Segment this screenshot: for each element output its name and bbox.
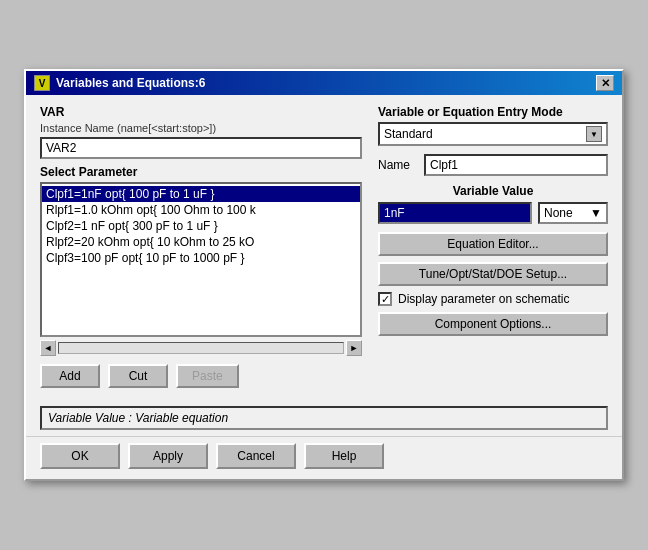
apply-button[interactable]: Apply: [128, 443, 208, 469]
ok-button[interactable]: OK: [40, 443, 120, 469]
var-label: VAR: [40, 105, 362, 119]
list-item[interactable]: Clpf2=1 nF opt{ 300 pF to 1 uF }: [42, 218, 360, 234]
listbox-inner: Clpf1=1nF opt{ 100 pF to 1 uF } Rlpf1=1.…: [42, 186, 360, 266]
dialog-window: V Variables and Equations:6 ✕ VAR Instan…: [24, 69, 624, 481]
dialog-icon: V: [34, 75, 50, 91]
list-item[interactable]: Rlpf1=1.0 kOhm opt{ 100 Ohm to 100 k: [42, 202, 360, 218]
entry-mode-select[interactable]: Standard ▼: [378, 122, 608, 146]
close-button[interactable]: ✕: [596, 75, 614, 91]
scroll-left-button[interactable]: ◄: [40, 340, 56, 356]
name-row: Name: [378, 154, 608, 176]
hscrollbar-area: ◄ ►: [40, 340, 362, 356]
var-value-select-text: None: [544, 206, 573, 220]
dialog-title: Variables and Equations:6: [56, 76, 205, 90]
list-item[interactable]: Rlpf2=20 kOhm opt{ 10 kOhm to 25 kO: [42, 234, 360, 250]
two-column-layout: VAR Instance Name (name[<start:stop>]) S…: [40, 105, 608, 388]
name-input[interactable]: [424, 154, 608, 176]
var-value-arrow[interactable]: ▼: [590, 206, 602, 220]
left-column: VAR Instance Name (name[<start:stop>]) S…: [40, 105, 362, 388]
bottom-button-row: OK Apply Cancel Help: [26, 436, 622, 479]
entry-mode-label: Variable or Equation Entry Mode: [378, 105, 608, 119]
hscroll-track[interactable]: [58, 342, 344, 354]
component-options-button[interactable]: Component Options...: [378, 312, 608, 336]
bottom-buttons-row: Add Cut Paste: [40, 364, 362, 388]
list-item[interactable]: Clpf3=100 pF opt{ 10 pF to 1000 pF }: [42, 250, 360, 266]
title-bar-left: V Variables and Equations:6: [34, 75, 205, 91]
add-button[interactable]: Add: [40, 364, 100, 388]
title-bar: V Variables and Equations:6 ✕: [26, 71, 622, 95]
display-param-row: ✓ Display parameter on schematic: [378, 292, 608, 306]
var-value-label: Variable Value: [378, 184, 608, 198]
help-button[interactable]: Help: [304, 443, 384, 469]
tune-opt-button[interactable]: Tune/Opt/Stat/DOE Setup...: [378, 262, 608, 286]
select-param-label: Select Parameter: [40, 165, 362, 179]
name-label: Name: [378, 158, 416, 172]
parameter-listbox[interactable]: Clpf1=1nF opt{ 100 pF to 1 uF } Rlpf1=1.…: [40, 182, 362, 337]
var-value-row: 1nF None ▼: [378, 202, 608, 224]
cut-button[interactable]: Cut: [108, 364, 168, 388]
display-param-checkbox[interactable]: ✓: [378, 292, 392, 306]
var-value-select[interactable]: None ▼: [538, 202, 608, 224]
dialog-body: VAR Instance Name (name[<start:stop>]) S…: [26, 95, 622, 398]
entry-mode-value: Standard: [384, 127, 433, 141]
status-text: Variable Value : Variable equation: [48, 411, 228, 425]
entry-mode-arrow[interactable]: ▼: [586, 126, 602, 142]
status-bar: Variable Value : Variable equation: [40, 406, 608, 430]
display-param-label: Display parameter on schematic: [398, 292, 569, 306]
instance-name-input[interactable]: [40, 137, 362, 159]
instance-sublabel: Instance Name (name[<start:stop>]): [40, 122, 362, 134]
paste-button[interactable]: Paste: [176, 364, 239, 388]
scroll-right-button[interactable]: ►: [346, 340, 362, 356]
list-item[interactable]: Clpf1=1nF opt{ 100 pF to 1 uF }: [42, 186, 360, 202]
cancel-button[interactable]: Cancel: [216, 443, 296, 469]
var-value-input[interactable]: 1nF: [378, 202, 532, 224]
right-column: Variable or Equation Entry Mode Standard…: [378, 105, 608, 388]
equation-editor-button[interactable]: Equation Editor...: [378, 232, 608, 256]
